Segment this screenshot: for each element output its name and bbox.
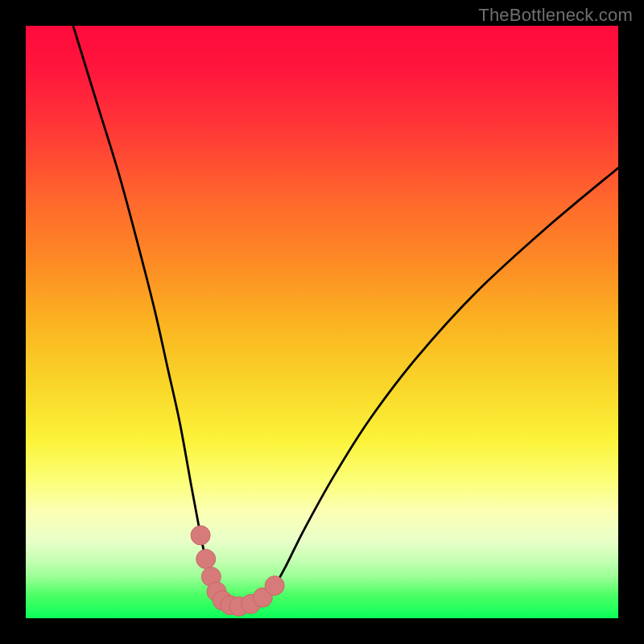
watermark-text: TheBottleneck.com	[478, 5, 633, 26]
curve-layer	[26, 26, 618, 618]
highlight-marker	[265, 576, 284, 596]
curve-left	[73, 26, 239, 606]
highlight-marker	[191, 526, 210, 545]
highlight-marker	[196, 549, 216, 568]
highlight-markers	[191, 526, 284, 616]
chart-frame: TheBottleneck.com	[0, 0, 644, 644]
curve-right	[239, 168, 618, 607]
plot-area	[26, 26, 618, 618]
